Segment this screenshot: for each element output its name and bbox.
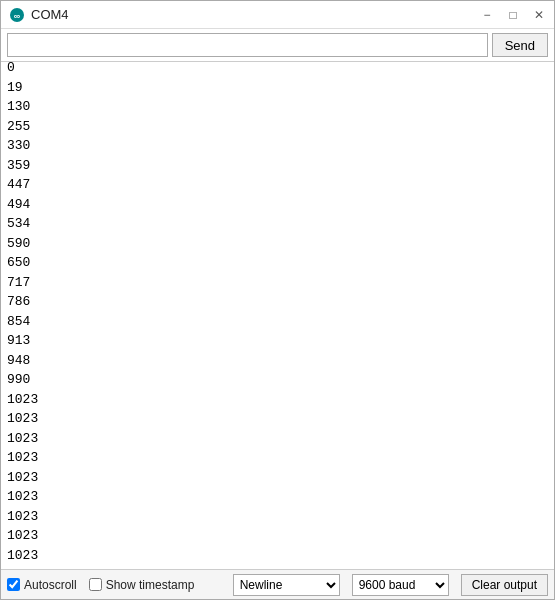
title-bar-left: ∞ COM4 (9, 7, 69, 23)
serial-input[interactable] (7, 33, 488, 57)
clear-output-button[interactable]: Clear output (461, 574, 548, 596)
output-line: 1023 (7, 429, 548, 449)
output-line: 494 (7, 195, 548, 215)
title-bar-controls: − □ ✕ (480, 8, 546, 22)
output-line: 1023 (7, 507, 548, 527)
input-row: Send (1, 29, 554, 62)
output-line: 330 (7, 136, 548, 156)
output-line: 130 (7, 97, 548, 117)
output-line: 1023 (7, 390, 548, 410)
output-line: 255 (7, 117, 548, 137)
svg-text:∞: ∞ (14, 11, 21, 21)
timestamp-label: Show timestamp (106, 578, 195, 592)
autoscroll-checkbox[interactable] (7, 578, 20, 591)
output-line: 948 (7, 351, 548, 371)
autoscroll-label: Autoscroll (24, 578, 77, 592)
output-line: 1023 (7, 487, 548, 507)
maximize-button[interactable]: □ (506, 8, 520, 22)
baud-select[interactable]: 300 baud1200 baud2400 baud4800 baud9600 … (352, 574, 449, 596)
output-line: 717 (7, 273, 548, 293)
output-line: 1023 (7, 409, 548, 429)
output-line: 359 (7, 156, 548, 176)
output-line: 0 (7, 62, 548, 78)
autoscroll-group: Autoscroll (7, 578, 77, 592)
send-button[interactable]: Send (492, 33, 548, 57)
output-line: 1023 (7, 526, 548, 546)
minimize-button[interactable]: − (480, 8, 494, 22)
output-line: 447 (7, 175, 548, 195)
app-icon: ∞ (9, 7, 25, 23)
output-line: 854 (7, 312, 548, 332)
output-line: 590 (7, 234, 548, 254)
bottom-bar: Autoscroll Show timestamp No line ending… (1, 569, 554, 599)
timestamp-checkbox[interactable] (89, 578, 102, 591)
output-line: 786 (7, 292, 548, 312)
timestamp-group: Show timestamp (89, 578, 195, 592)
output-line: 19 (7, 78, 548, 98)
output-area[interactable]: 0191302553303594474945345906507177868549… (1, 62, 554, 569)
output-line: 1023 (7, 448, 548, 468)
title-bar: ∞ COM4 − □ ✕ (1, 1, 554, 29)
main-window: ∞ COM4 − □ ✕ Send 0191302553303594474945… (0, 0, 555, 600)
newline-group: No line endingNewlineCarriage returnBoth… (233, 574, 340, 596)
output-line: 1023 (7, 546, 548, 566)
newline-select[interactable]: No line endingNewlineCarriage returnBoth… (233, 574, 340, 596)
baud-group: 300 baud1200 baud2400 baud4800 baud9600 … (352, 574, 449, 596)
output-line: 650 (7, 253, 548, 273)
output-line: 990 (7, 370, 548, 390)
close-button[interactable]: ✕ (532, 8, 546, 22)
output-line: 913 (7, 331, 548, 351)
window-title: COM4 (31, 7, 69, 22)
output-line: 1023 (7, 468, 548, 488)
output-line: 534 (7, 214, 548, 234)
